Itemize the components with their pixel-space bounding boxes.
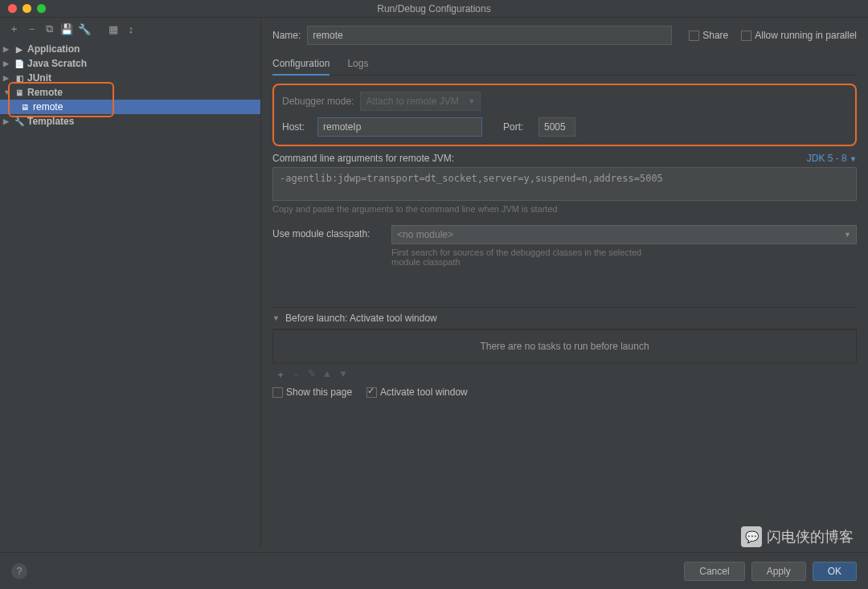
expand-icon[interactable]: ▶ — [3, 74, 11, 82]
tree-label: Java Scratch — [27, 58, 87, 69]
port-label: Port: — [503, 121, 532, 133]
edit-task-icon[interactable]: ✎ — [308, 368, 316, 382]
chevron-down-icon: ▼ — [468, 97, 475, 105]
tree-label: Remote — [27, 87, 63, 98]
app-icon: ▶ — [14, 43, 25, 55]
wrench-icon[interactable]: 🔧 — [77, 23, 92, 35]
name-input[interactable] — [307, 26, 672, 45]
jdk-version-link[interactable]: JDK 5 - 8 ▼ — [807, 153, 857, 164]
tree-label: JUnit — [27, 72, 51, 84]
junit-icon: ◧ — [14, 72, 25, 84]
activate-tool-label: Activate tool window — [380, 387, 468, 398]
module-hint: First search for sources of the debugged… — [391, 247, 665, 267]
share-label: Share — [702, 30, 728, 41]
cli-hint: Copy and paste the arguments to the comm… — [272, 204, 857, 214]
chevron-down-icon: ▼ — [844, 231, 851, 239]
remove-task-icon[interactable]: － — [292, 368, 301, 382]
expand-icon[interactable]: ▶ — [3, 117, 11, 125]
chevron-down-icon: ▼ — [850, 155, 857, 163]
debugger-mode-combo[interactable]: Attach to remote JVM ▼ — [360, 92, 481, 111]
tab-logs[interactable]: Logs — [347, 53, 368, 75]
up-icon[interactable]: ▲ — [322, 368, 332, 382]
config-tree: ▶ ▶ Application ▶ 📄 Java Scratch ▶ ◧ JUn… — [0, 40, 260, 548]
port-input[interactable] — [538, 117, 575, 137]
tabs: Configuration Logs — [272, 53, 857, 76]
templates-icon: 🔧 — [14, 116, 25, 127]
no-tasks-text: There are no tasks to run before launch — [480, 341, 649, 352]
watermark: 💬 闪电侠的博客 — [741, 526, 854, 547]
debugger-mode-value: Attach to remote JVM — [366, 96, 458, 107]
scratch-icon: 📄 — [14, 58, 25, 69]
sort-icon[interactable]: ↕ — [124, 23, 138, 35]
watermark-text: 闪电侠的博客 — [767, 527, 854, 546]
apply-button[interactable]: Apply — [751, 562, 806, 581]
collapse-icon[interactable]: ▼ — [272, 314, 280, 322]
module-classpath-combo[interactable]: <no module> ▼ — [391, 225, 857, 244]
before-launch-section[interactable]: ▼ Before launch: Activate tool window — [272, 307, 857, 329]
wechat-icon: 💬 — [741, 526, 762, 547]
down-icon[interactable]: ▼ — [338, 368, 348, 382]
sidebar: ＋ － ⧉ 💾 🔧 ▦ ↕ ▶ ▶ Application ▶ 📄 Java S… — [0, 18, 261, 548]
content-panel: Name: Share Allow running in parallel Co… — [261, 18, 868, 548]
tree-item-application[interactable]: ▶ ▶ Application — [0, 42, 260, 56]
before-launch-title: Before launch: Activate tool window — [285, 313, 437, 324]
add-task-icon[interactable]: ＋ — [276, 368, 285, 382]
sidebar-toolbar: ＋ － ⧉ 💾 🔧 ▦ ↕ — [0, 18, 260, 40]
save-icon[interactable]: 💾 — [59, 23, 74, 35]
tree-label: Templates — [27, 116, 74, 127]
module-classpath-label: Use module classpath: — [272, 225, 385, 239]
tree-item-junit[interactable]: ▶ ◧ JUnit — [0, 71, 260, 85]
remote-config-icon: 🖥 — [19, 101, 31, 112]
folder-icon[interactable]: ▦ — [106, 23, 121, 35]
show-page-label: Show this page — [286, 387, 352, 398]
name-label: Name: — [272, 30, 301, 41]
host-label: Host: — [282, 121, 311, 133]
tree-item-templates[interactable]: ▶ 🔧 Templates — [0, 114, 260, 129]
tree-item-remote[interactable]: ▼ 🖥 Remote — [0, 85, 260, 100]
window-title: Run/Debug Configurations — [0, 3, 868, 14]
cli-args-textarea[interactable]: -agentlib:jdwp=transport=dt_socket,serve… — [272, 167, 857, 201]
copy-icon[interactable]: ⧉ — [42, 22, 56, 35]
allow-parallel-checkbox[interactable]: Allow running in parallel — [741, 30, 857, 41]
cli-args-label: Command line arguments for remote JVM: — [272, 153, 454, 164]
show-page-checkbox[interactable]: Show this page — [272, 387, 352, 398]
module-value: <no module> — [397, 229, 453, 240]
tree-label: Application — [27, 43, 80, 55]
debugger-mode-label: Debugger mode: — [282, 96, 354, 107]
expand-icon[interactable]: ▶ — [3, 45, 11, 53]
cancel-button[interactable]: Cancel — [684, 562, 744, 581]
share-checkbox[interactable]: Share — [689, 30, 728, 41]
host-input[interactable] — [317, 117, 482, 137]
ok-button[interactable]: OK — [813, 562, 857, 581]
add-icon[interactable]: ＋ — [6, 22, 21, 36]
titlebar: Run/Debug Configurations — [0, 0, 868, 18]
help-icon[interactable]: ? — [11, 563, 27, 579]
activate-tool-checkbox[interactable]: Activate tool window — [366, 387, 468, 398]
remote-icon: 🖥 — [14, 87, 25, 98]
footer: ? Cancel Apply OK — [0, 552, 868, 589]
expand-icon[interactable]: ▶ — [3, 59, 11, 67]
tree-item-java-scratch[interactable]: ▶ 📄 Java Scratch — [0, 56, 260, 71]
collapse-icon[interactable]: ▼ — [3, 88, 11, 96]
remove-icon[interactable]: － — [24, 22, 39, 36]
tab-configuration[interactable]: Configuration — [272, 53, 330, 76]
allow-parallel-label: Allow running in parallel — [755, 30, 857, 41]
tree-item-remote-child[interactable]: 🖥 remote — [0, 100, 260, 114]
before-launch-toolbar: ＋ － ✎ ▲ ▼ — [272, 363, 857, 387]
highlight-annotation-main: Debugger mode: Attach to remote JVM ▼ Ho… — [272, 84, 857, 146]
tree-label: remote — [33, 101, 63, 112]
before-launch-tasks: There are no tasks to run before launch — [272, 329, 857, 363]
